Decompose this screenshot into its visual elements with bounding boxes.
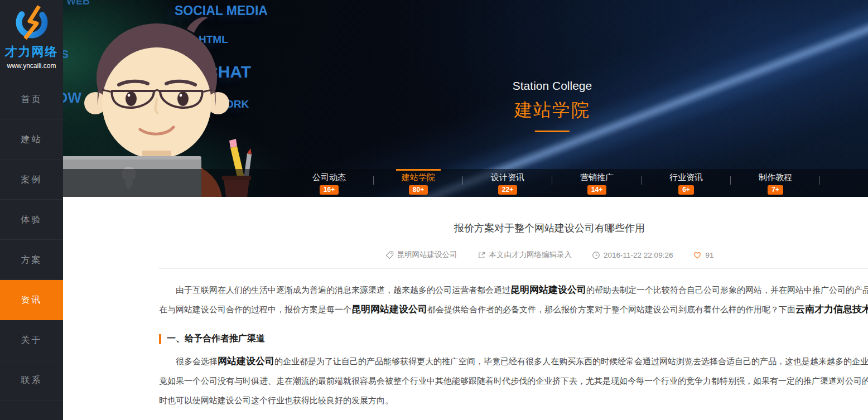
tab-company-news[interactable]: 公司动态 16+: [284, 169, 374, 197]
sidebar-item-label: 案例: [21, 175, 42, 184]
sidebar-item-news[interactable]: 资讯: [0, 280, 63, 320]
sidebar: 才力网络 www.yncaili.com 首页 建站 案例 体验 方案 资讯 关…: [0, 0, 63, 420]
tab-label: 制作教程: [731, 172, 820, 183]
article-paragraph-line: 由于互联网在人们的生活中逐渐成为普遍的消息来源渠道，越来越多的公司运营者都会通过…: [159, 280, 868, 300]
tag-icon: [385, 251, 394, 259]
category-tabs: 公司动态 16+ 建站学院 80+ 设计资讯 22+ 营销推广 14+ 行业资讯…: [284, 169, 820, 197]
sidebar-item-label: 资讯: [21, 295, 42, 305]
brand-name: 才力网络: [0, 44, 63, 60]
clock-icon: [592, 251, 600, 259]
sidebar-item-about[interactable]: 关于: [0, 320, 63, 360]
article-source: 本文由才力网络编辑录入: [478, 250, 572, 260]
sidebar-item-label: 体验: [21, 215, 42, 224]
article-paragraph-line: 时也可以使网站建设公司这个行业也获得比较良好的发展方向。: [159, 390, 868, 410]
article-tag-link[interactable]: 昆明网站建设公司: [385, 250, 457, 260]
section-heading-text: 一、给予合作者推广渠道: [167, 333, 265, 345]
tab-count-badge: 80+: [409, 185, 428, 195]
article-title: 报价方案对于整个网站建设公司有哪些作用: [159, 221, 868, 235]
article-paragraph-line: 竟如果一个公司没有与时俱进、走在潮流的最前端就很容易会被整个行业中其他能够跟随着…: [159, 371, 868, 390]
tab-label: 公司动态: [284, 172, 374, 183]
sidebar-item-label: 首页: [21, 94, 42, 104]
banner-heading: 建站学院: [513, 98, 592, 123]
article-tag-text: 昆明网站建设公司: [397, 250, 457, 260]
banner-subtitle: Station College: [513, 79, 592, 93]
sidebar-item-home[interactable]: 首页: [0, 79, 63, 119]
article-paragraph: 由于互联网在人们的生活中逐渐成为普遍的消息来源渠道，越来越多的公司运营者都会通过…: [159, 280, 868, 319]
article-datetime-text: 2016-11-22 22:09:26: [604, 251, 673, 259]
tab-count-badge: 6+: [678, 185, 694, 195]
tab-count-badge: 7+: [768, 185, 783, 195]
article-paragraph-line: 在与网站建设公司合作的过程中，报价方案是每一个昆明网站建设公司都会提供给合作者的…: [159, 300, 868, 319]
article-source-text: 本文由才力网络编辑录入: [489, 250, 572, 260]
sidebar-item-label: 建站: [21, 134, 42, 144]
sidebar-item-cases[interactable]: 案例: [0, 160, 63, 200]
tab-count-badge: 14+: [587, 185, 606, 195]
sidebar-item-solutions[interactable]: 方案: [0, 240, 63, 280]
sidebar-item-label: 关于: [21, 335, 42, 345]
like-count: 91: [705, 251, 713, 259]
category-tab-strip: 公司动态 16+ 建站学院 80+ 设计资讯 22+ 营销推广 14+ 行业资讯…: [63, 169, 868, 197]
sidebar-item-label: 联系: [21, 375, 42, 385]
tab-industry-news[interactable]: 行业资讯 6+: [642, 169, 731, 197]
sidebar-item-experience[interactable]: 体验: [0, 200, 63, 240]
caili-logo-icon: [15, 4, 49, 40]
article-meta-row: 昆明网站建设公司 本文由才力网络编辑录入 2016-11-22 22:09:26: [159, 250, 868, 260]
article-body: 由于互联网在人们的生活中逐渐成为普遍的消息来源渠道，越来越多的公司运营者都会通过…: [159, 280, 868, 410]
sidebar-item-website[interactable]: 建站: [0, 119, 63, 160]
sidebar-item-contact[interactable]: 联系: [0, 360, 63, 400]
meta-divider: [159, 268, 868, 269]
section-heading-bar: [159, 334, 161, 344]
banner-underline: [535, 131, 570, 132]
like-button[interactable]: 91: [693, 251, 713, 259]
tab-count-badge: 22+: [498, 185, 517, 195]
section-heading: 一、给予合作者推广渠道: [159, 333, 868, 345]
brand-url: www.yncaili.com: [0, 62, 63, 70]
cartoon-man-illustration: [63, 0, 255, 197]
tab-label: 建站学院: [374, 172, 463, 183]
tab-label: 设计资讯: [463, 172, 552, 183]
sidebar-nav: 首页 建站 案例 体验 方案 资讯 关于 联系: [0, 79, 63, 400]
banner-title-block: Station College 建站学院: [513, 79, 592, 132]
tab-tutorials[interactable]: 制作教程 7+: [731, 169, 820, 197]
tab-design-news[interactable]: 设计资讯 22+: [463, 169, 552, 197]
tab-marketing[interactable]: 营销推广 14+: [552, 169, 642, 197]
tab-label: 行业资讯: [642, 172, 731, 183]
sidebar-item-label: 方案: [21, 255, 42, 264]
article-paragraph: 很多会选择网站建设公司的企业都是为了让自己的产品能够获得更大的推广空间，毕竟已经…: [159, 351, 868, 410]
tab-label: 营销推广: [552, 172, 642, 183]
tab-count-badge: 16+: [320, 185, 339, 195]
brand-logo[interactable]: 才力网络 www.yncaili.com: [0, 0, 63, 70]
heart-icon: [693, 251, 702, 259]
article-page: 报价方案对于整个网站建设公司有哪些作用 昆明网站建设公司 本文由才力网络编辑录入: [63, 197, 868, 420]
banner: SOCIAL MEDIAHTMLCHATNETWORKWEBNSOW: [63, 0, 868, 197]
article-paragraph-line: 很多会选择网站建设公司的企业都是为了让自己的产品能够获得更大的推广空间，毕竟已经…: [159, 351, 868, 371]
tab-station-college[interactable]: 建站学院 80+: [374, 169, 463, 197]
article-datetime: 2016-11-22 22:09:26: [592, 251, 673, 259]
external-link-icon: [478, 251, 486, 259]
